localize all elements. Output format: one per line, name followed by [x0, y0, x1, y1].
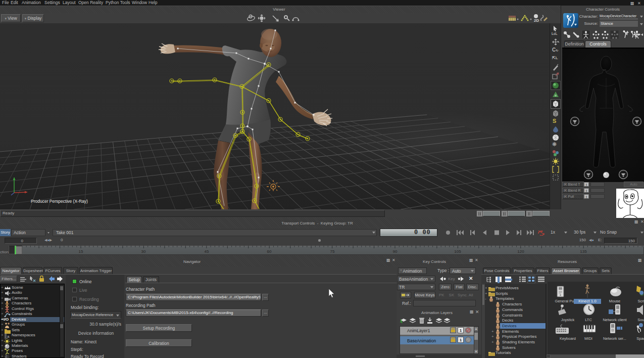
svg-text:90: 90	[393, 249, 398, 254]
svg-text:15: 15	[79, 249, 83, 254]
svg-text:2D: 2D	[534, 18, 539, 23]
svg-text:120: 120	[517, 249, 524, 254]
svg-text:105: 105	[454, 249, 461, 254]
svg-text:60: 60	[267, 249, 272, 254]
svg-text:135: 135	[580, 249, 587, 254]
svg-text:30: 30	[141, 249, 146, 254]
svg-text:Producer Perspective (X-Ray): Producer Perspective (X-Ray)	[31, 199, 88, 204]
svg-text:75: 75	[330, 249, 335, 254]
svg-text:45: 45	[205, 249, 209, 254]
